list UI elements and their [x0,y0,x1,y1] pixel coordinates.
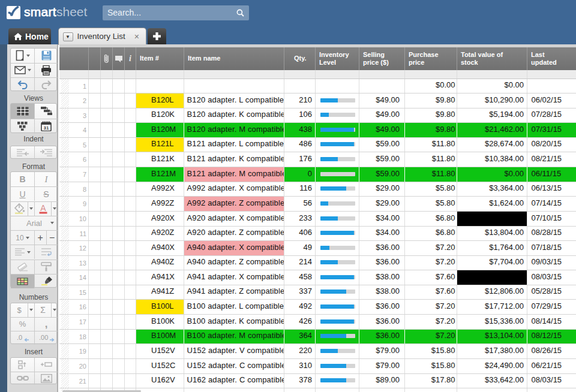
svg-text:.0: .0 [17,334,22,341]
svg-text:.00: .00 [39,334,48,341]
svg-text:31: 31 [44,125,49,131]
svg-text:A: A [40,203,46,213]
